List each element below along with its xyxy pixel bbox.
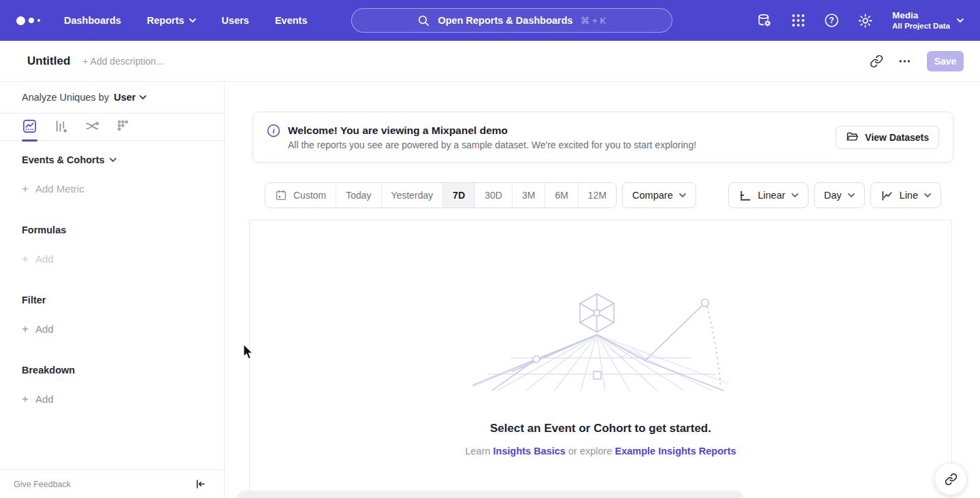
nav-reports-label: Reports [147,15,184,26]
breakdown-section: Breakdown + Add [0,365,224,405]
plus-icon: + [22,324,29,334]
mixpanel-app: Dashboards Reports Users Events Open Rep… [0,0,980,498]
insights-line-chart-icon [22,118,37,134]
chevron-down-icon [140,95,146,99]
tab-retention-dots[interactable] [116,118,131,140]
gear-icon [857,12,874,29]
date-range-yesterday-label: Yesterday [391,190,434,201]
report-main-area: i Welcome! You are viewing a Mixpanel de… [225,82,980,498]
date-range-3m-label: 3M [522,190,535,201]
date-range-6m[interactable]: 6M [545,183,578,208]
nav-reports[interactable]: Reports [147,15,196,26]
chevron-down-icon [189,18,196,22]
content-area: Analyze Uniques by User [0,82,980,498]
apps-grid-button[interactable] [790,12,806,29]
view-datasets-label: View Datasets [865,132,929,143]
collapse-left-icon [195,478,206,490]
add-breakdown-button[interactable]: + Add [0,393,224,405]
empty-prefix: Learn [465,446,493,456]
apps-grid-icon [790,12,806,29]
global-search-input[interactable]: Open Reports & Dashboards ⌘ + K [351,8,672,33]
sidebar-footer: Give Feedback [0,469,224,498]
date-range-7d[interactable]: 7D [443,183,475,208]
events-cohorts-header[interactable]: Events & Cohorts [0,154,224,165]
tab-insights-line-chart[interactable] [22,118,37,140]
compare-dropdown[interactable]: Compare [622,182,696,208]
analyze-by-dropdown[interactable]: User [114,92,146,103]
tab-bar-chart[interactable] [53,118,69,140]
save-button[interactable]: Save [927,51,964,71]
date-range-custom[interactable]: Custom [265,183,336,208]
date-range-custom-label: Custom [293,190,326,201]
add-filter-label: Add [35,323,54,335]
date-range-3m[interactable]: 3M [512,183,545,208]
banner-title: Welcome! You are viewing a Mixpanel demo [288,124,696,137]
add-formula-label: Add [35,253,54,265]
granularity-label: Day [824,190,842,201]
query-builder-sidebar: Analyze Uniques by User [0,82,225,498]
chart-controls-row: Custom Today Yesterday 7D 30D 3M 6M 12M … [265,182,941,208]
date-range-30d[interactable]: 30D [475,183,512,208]
example-insights-reports-link[interactable]: Example Insights Reports [615,446,736,456]
report-header: Untitled + Add description... ⋯ Save [0,41,980,82]
tab-flow-chart[interactable] [84,118,100,140]
link-icon [870,54,883,68]
scale-dropdown[interactable]: Linear [728,182,808,208]
bottom-sheet-peek[interactable] [237,491,743,498]
plus-icon: + [22,184,29,194]
folder-open-icon [846,131,859,144]
date-range-today-label: Today [346,190,371,201]
calendar-icon [275,189,287,201]
report-title[interactable]: Untitled [27,54,70,68]
date-range-today[interactable]: Today [336,183,381,208]
add-filter-button[interactable]: + Add [0,323,224,335]
svg-text:i: i [272,127,275,135]
formulas-section: Formulas + Add [0,225,224,265]
logo-dot-medium [29,18,34,23]
add-description-field[interactable]: + Add description... [82,56,163,67]
project-subtitle: All Project Data [892,21,950,31]
chevron-down-icon [791,193,798,197]
info-icon: i [267,124,280,140]
date-range-yesterday[interactable]: Yesterday [382,183,444,208]
give-feedback-link[interactable]: Give Feedback [14,480,71,489]
date-range-30d-label: 30D [485,190,502,201]
banner-body: All the reports you see are powered by a… [288,139,696,150]
events-cohorts-section: Events & Cohorts + Add Metric [0,154,224,195]
insights-basics-link[interactable]: Insights Basics [493,446,566,456]
nav-events[interactable]: Events [275,15,308,26]
add-metric-label: Add Metric [35,183,84,195]
add-metric-button[interactable]: + Add Metric [0,183,224,195]
svg-text:?: ? [829,16,834,25]
chart-type-dropdown[interactable]: Line [870,182,941,208]
chart-type-tabs [0,114,224,141]
chevron-down-icon [110,158,116,162]
date-range-picker: Custom Today Yesterday 7D 30D 3M 6M 12M [265,182,617,208]
data-connections-button[interactable] [756,12,773,29]
copy-link-button[interactable] [870,54,883,68]
empty-state-illustration [472,288,730,392]
collapse-sidebar-button[interactable] [195,478,206,490]
analyze-label: Analyze Uniques by [22,92,109,103]
view-datasets-button[interactable]: View Datasets [836,126,939,149]
chevron-down-icon [957,18,964,22]
project-switcher[interactable]: Media All Project Data [892,10,964,31]
nav-users[interactable]: Users [222,15,249,26]
compare-label: Compare [632,190,673,201]
search-shortcut: ⌘ + K [581,15,606,26]
share-link-fab[interactable] [934,463,967,495]
settings-button[interactable] [857,12,874,29]
granularity-dropdown[interactable]: Day [814,182,865,208]
analyze-row: Analyze Uniques by User [0,82,224,114]
analyze-value: User [114,92,135,103]
report-header-actions: ⋯ Save [870,51,964,71]
mixpanel-logo[interactable] [16,16,48,25]
nav-dashboards[interactable]: Dashboards [64,15,121,26]
more-options-button[interactable]: ⋯ [898,58,912,65]
nav-users-label: Users [222,15,249,26]
add-formula-button[interactable]: + Add [0,253,224,265]
nav-dashboards-label: Dashboards [64,15,121,26]
logo-dot-large [16,16,25,25]
help-button[interactable]: ? [823,12,840,29]
date-range-12m[interactable]: 12M [578,183,616,208]
